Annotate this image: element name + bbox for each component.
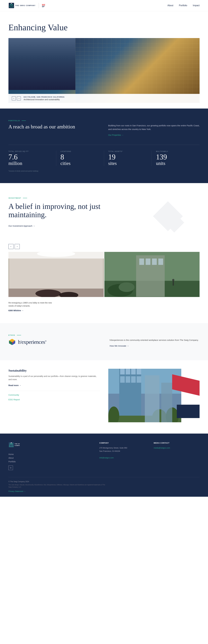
svg-rect-19 xyxy=(139,258,144,265)
h3-text: h3experiences® xyxy=(18,339,46,345)
investment-approach-link[interactable]: Our Investment Approach → xyxy=(8,225,35,227)
portfolio-right: Building from our roots in San Francisco… xyxy=(108,124,200,136)
footer-nav-about[interactable]: About xyxy=(8,457,37,459)
carousel-image-main xyxy=(8,252,104,297)
linkedin-icon[interactable]: in xyxy=(8,466,13,470)
portfolio-label: PORTFOLIO xyxy=(8,120,200,122)
portfolio-description: Building from our roots in San Francisco… xyxy=(108,124,200,131)
hero-caption: ← → 633 FOLSOM, SAN FRANCISCO CALIFORNIA… xyxy=(8,94,200,103)
logo-text: THE SWIG COMPANY xyxy=(15,5,36,6)
decorative-diamonds xyxy=(146,194,202,244)
sustainability-section: Sustainability Sustainability is a part … xyxy=(0,360,208,434)
stat-label-3: MULTIFAMILY xyxy=(156,150,195,152)
caption-nav: ← → xyxy=(12,96,21,100)
sustainability-sub-links: Community ESG Report xyxy=(8,391,100,401)
sustainability-image xyxy=(108,369,200,422)
svg-point-2 xyxy=(11,3,12,4)
carousel-next-button[interactable]: → xyxy=(15,244,20,249)
footer-company-title: Company xyxy=(99,442,145,444)
footer-media-title: Media Contact xyxy=(154,442,200,444)
stat-multifamily: MULTIFAMILY 139 units xyxy=(152,150,200,166)
next-slide-button[interactable]: → xyxy=(17,96,21,100)
building-facade xyxy=(75,38,200,103)
svg-text:SF: SF xyxy=(42,5,45,8)
stat-number-2: 19 xyxy=(108,153,148,161)
nav-about[interactable]: About xyxy=(167,4,173,7)
main-nav: About Portfolio Impact xyxy=(167,4,200,7)
svg-text:THE SWIG: THE SWIG xyxy=(15,443,20,444)
svg-rect-42 xyxy=(137,376,141,382)
logo-swig[interactable]: THE SWIG COMPANY xyxy=(8,2,36,8)
h3-logo: h3experiences® xyxy=(8,338,99,346)
read-more-link[interactable]: Read more → xyxy=(8,384,21,386)
carousel-property-link[interactable]: 6300 Wilshire → xyxy=(8,310,23,312)
sustainability-main-image xyxy=(108,369,181,422)
sustainability-accent-dark xyxy=(177,405,200,418)
stats-grid: TOTAL OFFICE SQ FT* 7.6 million LOCATION… xyxy=(8,145,200,166)
privacy-statement-link[interactable]: Privacy Statement → xyxy=(8,490,26,492)
footer-nav-home[interactable]: Home xyxy=(8,453,37,456)
our-properties-link[interactable]: Our Properties → xyxy=(108,134,124,136)
prev-slide-button[interactable]: ← xyxy=(12,96,16,100)
svg-rect-40 xyxy=(126,376,130,382)
community-link[interactable]: Community xyxy=(8,394,100,396)
footer-copyright: © The Swig Company 2024 xyxy=(8,481,200,482)
svg-point-25 xyxy=(118,282,134,292)
stat-unit-1: cities xyxy=(60,161,100,166)
svg-text:COMPANY: COMPANY xyxy=(15,445,20,446)
svg-rect-13 xyxy=(8,258,9,289)
stat-number-3: 139 xyxy=(156,153,195,161)
footer: THE SWIG COMPANY Home About Portfolio in… xyxy=(0,434,208,497)
esg-report-link[interactable]: ESG Report xyxy=(8,398,100,401)
footer-social: in xyxy=(8,466,37,470)
svg-rect-39 xyxy=(120,376,125,382)
stat-number-1: 8 xyxy=(60,153,100,161)
stat-locations: LOCATIONS 8 cities xyxy=(56,150,104,166)
carousel-image-side xyxy=(104,252,200,297)
nav-portfolio[interactable]: Portfolio xyxy=(179,4,187,7)
investment-headline: A belief in improving, not just maintain… xyxy=(8,202,104,219)
carousel-images xyxy=(8,252,200,297)
svg-rect-35 xyxy=(120,369,125,374)
nav-impact[interactable]: Impact xyxy=(193,4,200,7)
carousel-caption: Re-energizing a 1980's era lobby to meet… xyxy=(8,301,53,312)
header: THE SWIG COMPANY WE SF About Portfolio I… xyxy=(0,0,208,11)
caption-description: Architectural innovation and sustainabil… xyxy=(24,98,196,101)
svg-rect-37 xyxy=(131,369,136,374)
logo-divider xyxy=(39,3,39,8)
footer-nav-portfolio[interactable]: Portfolio xyxy=(8,460,37,463)
svg-rect-5 xyxy=(153,201,183,231)
investment-label: INVESTMENT xyxy=(8,197,200,199)
exterior-view-image xyxy=(104,252,200,297)
stat-office-sqft: TOTAL OFFICE SQ FT* 7.6 million xyxy=(8,150,56,166)
hero-section: Enhancing Value ← → 633 FOLSOM, SAN FRAN… xyxy=(0,11,208,108)
ethos-left: h3experiences® xyxy=(8,338,99,349)
footer-media-col: Media Contact media@swigco.com xyxy=(154,442,200,470)
carousel-prev-button[interactable]: ← xyxy=(8,244,13,249)
footer-company-address: 270 Montgomery Street, Suite 950 xyxy=(99,446,145,450)
sustainability-description: Sustainability is a part of our personal… xyxy=(8,375,100,382)
carousel-controls: ← → xyxy=(8,244,200,249)
footer-company-email[interactable]: info@swigco.com xyxy=(99,457,114,459)
stat-label-2: TOTAL ASSETS* xyxy=(108,150,148,152)
swig-logo-icon xyxy=(8,2,14,8)
stat-label-1: LOCATIONS xyxy=(60,150,100,152)
stat-label-0: TOTAL OFFICE SQ FT* xyxy=(8,150,52,152)
footer-media-email[interactable]: media@swigco.com xyxy=(154,447,170,449)
how-we-innovate-link[interactable]: How We Innovate → xyxy=(110,344,129,347)
svg-rect-20 xyxy=(146,258,150,265)
caption-location: 633 FOLSOM, SAN FRANCISCO CALIFORNIA xyxy=(24,96,196,98)
footer-trademarks: The cube design, h3scale, h3community, h… xyxy=(8,484,107,488)
svg-rect-41 xyxy=(131,376,136,382)
svg-rect-22 xyxy=(158,258,163,265)
sustainability-title: Sustainability xyxy=(8,369,100,372)
svg-rect-48 xyxy=(161,383,172,422)
footer-main-nav: Home About Portfolio xyxy=(8,453,37,463)
svg-point-51 xyxy=(11,442,12,443)
footer-bottom: © The Swig Company 2024 The cube design,… xyxy=(8,477,200,492)
portfolio-left: A reach as broad as our ambition xyxy=(8,124,100,136)
svg-rect-47 xyxy=(145,375,159,422)
logo-area: THE SWIG COMPANY WE SF xyxy=(8,2,48,8)
carousel-caption-text: Re-energizing a 1980's era lobby to meet… xyxy=(8,301,53,308)
hero-image: ← → 633 FOLSOM, SAN FRANCISCO CALIFORNIA… xyxy=(8,38,200,103)
